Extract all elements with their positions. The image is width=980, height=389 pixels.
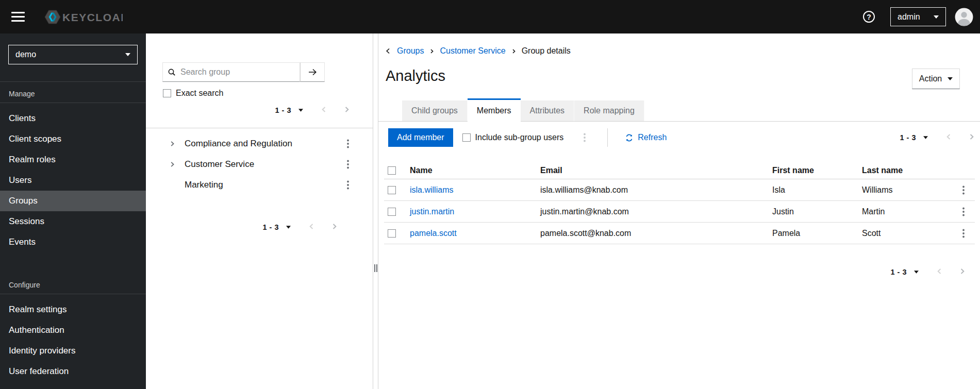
exact-search-checkbox[interactable] bbox=[163, 89, 171, 97]
pagination-range: 1 - 3 bbox=[262, 223, 279, 231]
member-last-name: Williams bbox=[857, 185, 952, 195]
table-header-row: Name Email First name Last name bbox=[384, 162, 975, 179]
ellipsis-v-icon bbox=[347, 139, 349, 148]
include-subgroups-checkbox[interactable] bbox=[462, 133, 471, 142]
pagination-next-button[interactable] bbox=[331, 223, 338, 231]
expand-chevron-icon[interactable] bbox=[169, 141, 185, 147]
group-name[interactable]: Marketing bbox=[185, 180, 344, 190]
group-search-group bbox=[162, 62, 325, 82]
breadcrumb: Groups Customer Service Group details bbox=[385, 46, 571, 56]
top-header: KEYCLOAK ? admin bbox=[0, 0, 980, 33]
breadcrumb-link-customer-service[interactable]: Customer Service bbox=[440, 46, 505, 56]
row-checkbox[interactable] bbox=[388, 186, 396, 194]
member-first-name: Justin bbox=[767, 207, 857, 216]
tab-attributes[interactable]: Attributes bbox=[521, 100, 575, 121]
member-username-link[interactable]: isla.williams bbox=[410, 185, 453, 194]
sidebar-item-client-scopes[interactable]: Client scopes bbox=[0, 129, 146, 149]
sidebar-item-sessions[interactable]: Sessions bbox=[0, 211, 146, 232]
sidebar-configure-list: Realm settings Authentication Identity p… bbox=[0, 299, 146, 382]
pagination-prev-button[interactable] bbox=[936, 268, 943, 276]
breadcrumb-back-button[interactable] bbox=[385, 47, 391, 55]
sidebar-nav: demo Manage Clients Client scopes Realm … bbox=[0, 33, 146, 389]
member-username-link[interactable]: pamela.scott bbox=[410, 229, 457, 238]
ellipsis-v-icon bbox=[584, 133, 586, 142]
sidebar-item-clients[interactable]: Clients bbox=[0, 108, 146, 129]
sidebar-item-authentication[interactable]: Authentication bbox=[0, 320, 146, 341]
caret-down-icon bbox=[125, 53, 130, 56]
row-kebab-menu[interactable] bbox=[959, 184, 968, 196]
pagination-next-button[interactable] bbox=[959, 268, 966, 276]
member-email: pamela.scott@knab.com bbox=[535, 229, 767, 238]
search-submit-button[interactable] bbox=[300, 62, 325, 82]
group-name[interactable]: Customer Service bbox=[185, 159, 344, 170]
expand-chevron-icon[interactable] bbox=[169, 161, 185, 167]
select-all-checkbox[interactable] bbox=[388, 166, 396, 175]
user-menu-dropdown[interactable]: admin bbox=[890, 7, 946, 26]
chevron-left-icon bbox=[308, 223, 315, 230]
tree-pagination-bottom: 1 - 3 bbox=[146, 221, 373, 233]
breadcrumb-separator-icon bbox=[429, 48, 434, 54]
sidebar-item-realm-settings[interactable]: Realm settings bbox=[0, 299, 146, 320]
row-checkbox[interactable] bbox=[388, 229, 396, 238]
help-icon[interactable]: ? bbox=[863, 11, 875, 23]
pagination-prev-button[interactable] bbox=[308, 223, 315, 231]
row-kebab-menu[interactable] bbox=[959, 228, 968, 239]
members-toolbar: Add member Include sub-group users Refre… bbox=[388, 128, 975, 147]
sidebar-item-events[interactable]: Events bbox=[0, 232, 146, 252]
refresh-button[interactable]: Refresh bbox=[625, 133, 667, 142]
toolbar-kebab-menu[interactable] bbox=[580, 132, 589, 143]
sidebar-item-users[interactable]: Users bbox=[0, 170, 146, 191]
keycloak-logo: KEYCLOAK bbox=[40, 8, 123, 26]
ellipsis-v-icon bbox=[962, 185, 965, 195]
tab-child-groups[interactable]: Child groups bbox=[402, 100, 468, 121]
keycloak-logo-icon: KEYCLOAK bbox=[40, 8, 123, 26]
add-member-button[interactable]: Add member bbox=[388, 128, 453, 147]
sidebar-item-user-federation[interactable]: User federation bbox=[0, 361, 146, 382]
realm-selector-dropdown[interactable]: demo bbox=[8, 45, 138, 64]
chevron-left-icon bbox=[321, 106, 327, 113]
tab-role-mapping[interactable]: Role mapping bbox=[574, 100, 644, 121]
column-header-last-name: Last name bbox=[857, 166, 952, 175]
user-menu-label: admin bbox=[898, 12, 920, 22]
group-name[interactable]: Compliance and Regulation bbox=[185, 139, 344, 149]
toolbar-divider bbox=[607, 128, 608, 147]
breadcrumb-current: Group details bbox=[522, 46, 571, 56]
group-tree-list: Compliance and Regulation Customer Servi… bbox=[146, 133, 373, 195]
exact-search-row: Exact search bbox=[163, 89, 373, 98]
caret-down-icon bbox=[914, 270, 919, 274]
kebab-menu[interactable] bbox=[344, 138, 352, 149]
member-username-link[interactable]: justin.martin bbox=[410, 207, 454, 216]
kebab-menu[interactable] bbox=[344, 159, 352, 170]
ellipsis-v-icon bbox=[347, 180, 349, 190]
pagination-prev-button[interactable] bbox=[321, 106, 327, 114]
pagination-prev-button[interactable] bbox=[945, 133, 952, 142]
chevron-right-icon bbox=[959, 268, 966, 275]
tab-members[interactable]: Members bbox=[468, 98, 521, 121]
pagination-range-toggle[interactable]: 1 - 3 bbox=[275, 106, 303, 114]
pagination-range-toggle[interactable]: 1 - 3 bbox=[262, 223, 291, 231]
kebab-menu[interactable] bbox=[344, 179, 352, 191]
ellipsis-v-icon bbox=[962, 229, 965, 238]
sidebar-item-identity-providers[interactable]: Identity providers bbox=[0, 341, 146, 361]
sidebar-item-groups[interactable]: Groups bbox=[0, 191, 146, 211]
search-icon bbox=[168, 69, 175, 76]
row-kebab-menu[interactable] bbox=[959, 206, 968, 217]
hamburger-menu-icon[interactable] bbox=[11, 12, 25, 22]
arrow-right-icon bbox=[308, 69, 317, 76]
user-avatar[interactable] bbox=[955, 8, 973, 26]
pagination-next-button[interactable] bbox=[343, 106, 350, 114]
pagination-range-toggle[interactable]: 1 - 3 bbox=[890, 268, 919, 276]
panel-resize-splitter[interactable] bbox=[373, 33, 378, 389]
row-checkbox[interactable] bbox=[388, 208, 396, 216]
action-dropdown-button[interactable]: Action bbox=[912, 69, 960, 89]
page-title: Analytics bbox=[386, 67, 445, 84]
pagination-range-toggle[interactable]: 1 - 3 bbox=[900, 133, 928, 142]
breadcrumb-link-groups[interactable]: Groups bbox=[397, 46, 424, 56]
sidebar-item-realm-roles[interactable]: Realm roles bbox=[0, 149, 146, 170]
sidebar-section-configure: Configure bbox=[0, 273, 146, 294]
chevron-left-icon bbox=[385, 47, 391, 55]
group-search-input[interactable] bbox=[162, 62, 300, 82]
table-row: pamela.scott pamela.scott@knab.com Pamel… bbox=[384, 223, 975, 244]
member-last-name: Scott bbox=[857, 229, 952, 238]
pagination-next-button[interactable] bbox=[968, 133, 975, 142]
